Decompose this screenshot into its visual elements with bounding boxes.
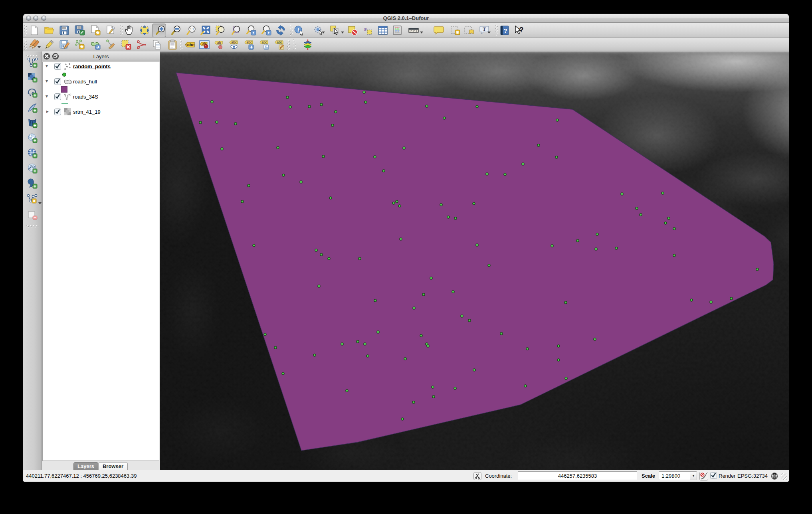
svg-text:ε: ε <box>364 25 367 33</box>
svg-text:abc: abc <box>261 40 267 44</box>
svg-text:?: ? <box>519 26 524 34</box>
svg-text:ab: ab <box>217 41 221 45</box>
svg-text:1:1: 1:1 <box>190 28 194 31</box>
svg-text:abc: abc <box>187 42 194 47</box>
svg-text:i: i <box>297 27 299 33</box>
svg-text:?: ? <box>503 27 507 34</box>
svg-text:abc: abc <box>231 40 237 44</box>
svg-text:T: T <box>483 26 486 32</box>
svg-text:abc: abc <box>246 40 252 44</box>
svg-text:abc: abc <box>277 40 283 44</box>
